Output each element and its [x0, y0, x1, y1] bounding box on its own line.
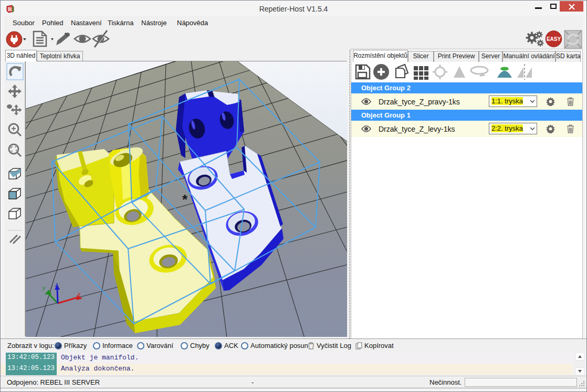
- svg-text:x: x: [77, 291, 81, 297]
- svg-text:*: *: [182, 192, 188, 207]
- svg-text:EASY: EASY: [547, 36, 561, 42]
- svg-text:z: z: [55, 281, 58, 288]
